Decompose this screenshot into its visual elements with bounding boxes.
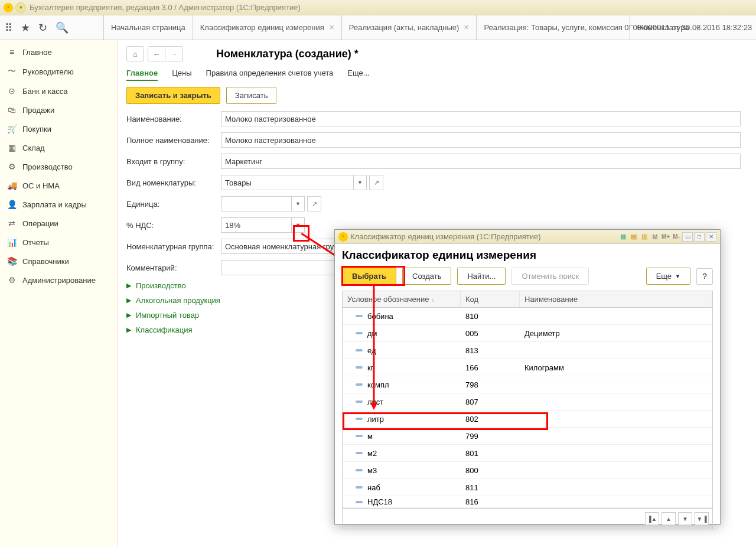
tab-1[interactable]: Классификатор единиц измерения✕	[193, 15, 341, 40]
sidebar-item-1[interactable]: 〜Руководителю	[0, 61, 118, 82]
tab-rules[interactable]: Правила определения счетов учета	[206, 66, 334, 81]
down-button[interactable]: ▼	[678, 512, 692, 525]
up-button[interactable]: ▲	[662, 512, 676, 525]
sidebar-item-2[interactable]: ⊝Банк и касса	[0, 82, 118, 100]
type-dropdown[interactable]: ▼	[354, 175, 367, 190]
annotation-unit-highlight	[293, 225, 309, 242]
back-button[interactable]: ←	[148, 46, 165, 61]
unit-symbol: бобина	[367, 312, 393, 321]
apps-icon[interactable]: ⠿	[5, 21, 12, 34]
type-open-button[interactable]: ↗	[369, 175, 383, 190]
sidebar-item-10[interactable]: 📊Отчеты	[0, 233, 118, 252]
close-icon[interactable]: ✕	[329, 24, 334, 31]
maximize-icon[interactable]: □	[694, 232, 705, 242]
save-close-button[interactable]: Записать и закрыть	[126, 87, 220, 104]
table-row[interactable]: компл798	[343, 376, 712, 393]
unit-code: 799	[461, 432, 520, 441]
sidebar-icon: ⚙	[7, 275, 17, 285]
expander-label: Классификация	[136, 325, 193, 334]
app-icon: *	[4, 3, 13, 12]
sidebar-item-9[interactable]: ⇄Операции	[0, 214, 118, 233]
forward-button[interactable]: →	[165, 46, 183, 61]
tab-4[interactable]: Номенклатура✕	[630, 15, 706, 40]
table-row[interactable]: НДС18816	[343, 496, 712, 508]
cancel-search-button[interactable]: Отменить поиск	[511, 268, 589, 285]
create-button[interactable]: Создать	[402, 268, 451, 285]
more-button[interactable]: Еще▼	[646, 268, 690, 285]
help-button[interactable]: ?	[696, 268, 713, 285]
annotation-select-highlight	[341, 266, 405, 286]
sidebar-label: Продажи	[22, 106, 54, 115]
sidebar-item-11[interactable]: 📚Справочники	[0, 252, 118, 271]
close-icon[interactable]: ✕	[706, 232, 716, 242]
tab-prices[interactable]: Цены	[172, 66, 191, 81]
item-icon	[356, 315, 363, 317]
unit-open-button[interactable]: ↗	[307, 196, 321, 211]
m-plus-icon[interactable]: M+	[661, 232, 670, 242]
table-row[interactable]: бобина810	[343, 308, 712, 325]
item-icon	[356, 401, 363, 403]
tab-2[interactable]: Реализация (акты, накладные)✕	[341, 15, 477, 40]
group-input[interactable]: Маркетинг	[221, 154, 741, 169]
fullname-input[interactable]: Молоко пастеризованное	[221, 132, 741, 148]
m-minus-icon[interactable]: M-	[672, 232, 681, 242]
close-icon[interactable]: ✕	[694, 24, 699, 31]
tab-0[interactable]: Начальная страница	[103, 15, 193, 40]
unit-name: Дециметр	[520, 329, 712, 338]
star-icon[interactable]: ★	[21, 21, 30, 34]
type-input[interactable]: Товары	[221, 175, 354, 190]
date-icon[interactable]: ▥	[640, 232, 649, 242]
col-name[interactable]: Наименование	[520, 291, 712, 307]
unit-input[interactable]	[221, 196, 292, 211]
table-row[interactable]: м2801	[343, 445, 712, 462]
m-icon[interactable]: M	[650, 232, 660, 242]
sidebar-item-3[interactable]: 🛍Продажи	[0, 100, 118, 119]
first-button[interactable]: ▐▲	[645, 512, 659, 525]
unit-symbol: наб	[367, 483, 380, 492]
sidebar-item-8[interactable]: 👤Зарплата и кадры	[0, 195, 118, 214]
table-row[interactable]: наб811	[343, 479, 712, 496]
calendar-icon[interactable]: ▤	[629, 232, 638, 242]
table-row[interactable]: ед813	[343, 342, 712, 359]
col-code[interactable]: Код	[461, 291, 520, 307]
sidebar-item-5[interactable]: ▦Склад	[0, 138, 118, 157]
calc-icon[interactable]: ▦	[618, 232, 628, 242]
item-icon	[356, 332, 363, 334]
dropdown-icon[interactable]: ▾	[15, 2, 26, 13]
save-button[interactable]: Записать	[226, 87, 277, 104]
vat-input[interactable]: 18%	[221, 217, 292, 233]
table-row[interactable]: лист807	[343, 393, 712, 411]
close-icon[interactable]: ✕	[464, 24, 469, 31]
tab-more[interactable]: Еще...	[347, 66, 369, 81]
col-symbol[interactable]: Условное обозначение↓	[343, 291, 461, 307]
sidebar-item-0[interactable]: ≡Главное	[0, 43, 118, 61]
dialog-heading: Классификатор единиц измерения	[342, 249, 713, 262]
sidebar-icon: 👤	[7, 200, 17, 209]
minimize-icon[interactable]: ▭	[682, 232, 693, 242]
home-button[interactable]: ⌂	[126, 46, 144, 61]
dialog-titlebar: * Классификатор единиц измерения (1С:Пре…	[335, 230, 720, 244]
name-input[interactable]: Молоко пастеризованное	[221, 111, 741, 126]
tab-main[interactable]: Главное	[126, 66, 158, 81]
table-row[interactable]: кг166Килограмм	[343, 359, 712, 376]
sidebar-item-6[interactable]: ⚙Производство	[0, 157, 118, 176]
last-button[interactable]: ▼▐	[695, 512, 709, 525]
sidebar-icon: ⇄	[7, 219, 17, 228]
vat-label: % НДС:	[126, 221, 221, 230]
history-icon[interactable]: ↻	[38, 21, 47, 34]
tab-3[interactable]: Реализация: Товары, услуги, комиссия 0Г0…	[476, 15, 630, 40]
sidebar-label: Руководителю	[22, 67, 74, 76]
table-row[interactable]: м799	[343, 428, 712, 445]
sidebar-item-12[interactable]: ⚙Администрирование	[0, 271, 118, 289]
find-button[interactable]: Найти...	[457, 268, 506, 285]
search-icon[interactable]: 🔍	[56, 21, 69, 34]
sidebar-icon: ⊝	[7, 86, 17, 96]
sidebar-label: Главное	[22, 48, 52, 57]
sidebar-item-7[interactable]: 🚚ОС и НМА	[0, 176, 118, 195]
table-row[interactable]: м3800	[343, 462, 712, 479]
unit-symbol: ед	[367, 346, 376, 355]
item-icon	[356, 452, 363, 454]
sidebar-item-4[interactable]: 🛒Покупки	[0, 119, 118, 138]
table-row[interactable]: дм005Дециметр	[343, 325, 712, 342]
unit-dropdown[interactable]: ▼	[292, 196, 305, 211]
